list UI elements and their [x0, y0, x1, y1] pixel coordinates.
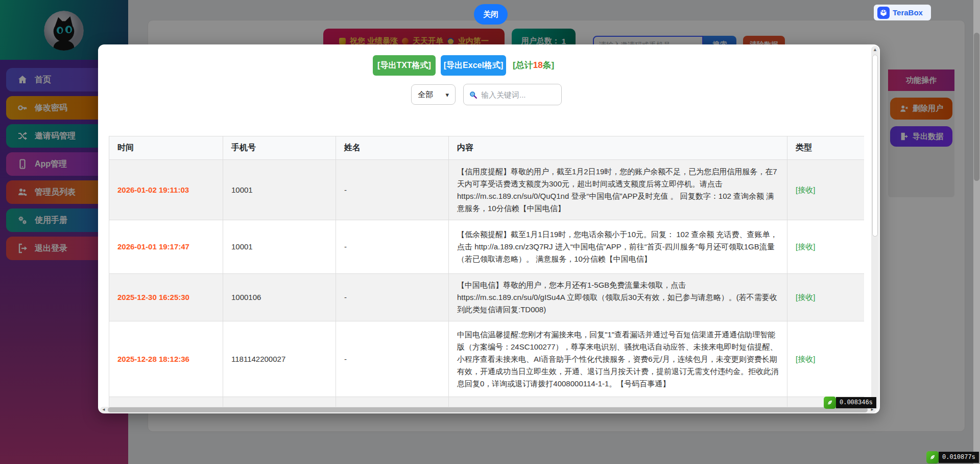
screen: 首页 修改密码 邀请码管理 App管理 管理员列表	[0, 0, 980, 464]
cell-type: [接收]	[787, 274, 865, 321]
sms-records-modal: [导出TXT格式] [导出Excel格式] [总计18条] 全部 ▾ 时间 手机…	[98, 44, 880, 413]
export-txt-button[interactable]: [导出TXT格式]	[373, 55, 436, 76]
cell-phone: 10001	[223, 160, 336, 220]
vertical-scroll-thumb[interactable]	[872, 55, 878, 237]
search-icon	[469, 90, 477, 99]
cell-time: 2026-01-02 19:11:03	[109, 160, 223, 220]
total-count-value: 18	[533, 60, 543, 70]
col-header-content: 内容	[449, 136, 787, 160]
close-modal-button[interactable]: 关闭	[474, 4, 508, 25]
col-header-type: 类型	[787, 136, 865, 160]
cell-type: [接收]	[787, 220, 865, 274]
terabox-logo-icon	[877, 7, 890, 19]
col-header-time: 时间	[109, 136, 223, 160]
filter-type-select[interactable]: 全部 ▾	[411, 84, 456, 105]
page-scroll-thumb[interactable]	[974, 33, 979, 181]
table-row: 2025-12-30 16:25:30 1000106 - 【中国电信】尊敬的用…	[109, 274, 865, 321]
scroll-left-arrow-icon[interactable]: ◄	[100, 407, 107, 413]
cell-name: -	[336, 274, 449, 321]
cell-content: 【低余额提醒】截至1月1日19时，您电话余额小于10元。回复： 102 查余额 …	[449, 220, 787, 274]
chevron-down-icon: ▾	[445, 91, 449, 99]
page-scrollbar[interactable]	[973, 0, 980, 464]
cell-time: 2026-01-01 19:17:47	[109, 220, 223, 274]
page-timer-value: 0.010877s	[939, 452, 979, 463]
scroll-up-arrow-icon[interactable]: ▲	[871, 47, 879, 52]
cell-phone: 10001	[223, 220, 336, 274]
modal-vertical-scrollbar[interactable]: ▲	[871, 46, 879, 410]
table-row: 2026-01-01 19:17:47 10001 - 【低余额提醒】截至1月1…	[109, 220, 865, 274]
table-row: 2025-12-28 18:12:36 1181142200027 - 中国电信…	[109, 321, 865, 397]
modal-timer-value: 0.008346s	[836, 397, 876, 408]
keyword-search-input[interactable]	[481, 90, 553, 99]
cell-time: 2025-12-28 18:12:36	[109, 321, 223, 397]
total-suffix: 条]	[543, 60, 555, 70]
cell-content: 【信用度提醒】尊敬的用户，截至1月2日19时，您的账户余额不足，已为您启用信用服…	[449, 160, 787, 220]
keyword-search-box	[463, 84, 562, 105]
cell-type: [接收]	[787, 321, 865, 397]
cell-name: -	[336, 160, 449, 220]
leaf-icon	[926, 451, 939, 463]
terabox-label: TeraBox	[893, 8, 923, 17]
total-prefix: [总计	[513, 60, 533, 70]
cell-time: 2025-12-30 16:25:30	[109, 274, 223, 321]
export-excel-button[interactable]: [导出Excel格式]	[441, 55, 506, 76]
sms-table: 时间 手机号 姓名 内容 类型 2026-01-02 19:11:03 1000…	[109, 136, 864, 409]
cell-content: 中国电信温馨提醒:您刚才有漏接来电，回复"1"查看漏话并通过号百短信渠道开通通信…	[449, 321, 787, 397]
col-header-name: 姓名	[336, 136, 449, 160]
page-render-timer: 0.010877s	[926, 451, 979, 463]
cell-name: -	[336, 220, 449, 274]
horizontal-scroll-thumb[interactable]	[108, 407, 868, 412]
col-header-phone: 手机号	[223, 136, 336, 160]
cell-phone: 1000106	[223, 274, 336, 321]
filter-selected-value: 全部	[418, 90, 433, 100]
cell-content: 【中国电信】尊敬的用户，您本月还有1-5GB免费流量未领取，点击 https:/…	[449, 274, 787, 321]
leaf-icon	[824, 397, 836, 409]
modal-render-timer: 0.008346s	[824, 397, 876, 409]
terabox-badge[interactable]: TeraBox	[874, 5, 931, 20]
total-count: [总计18条]	[513, 55, 554, 76]
sms-table-container: 时间 手机号 姓名 内容 类型 2026-01-02 19:11:03 1000…	[109, 136, 864, 409]
modal-horizontal-scrollbar[interactable]: ◄ ►	[100, 407, 876, 413]
table-row: 2026-01-02 19:11:03 10001 - 【信用度提醒】尊敬的用户…	[109, 160, 865, 220]
cell-type: [接收]	[787, 160, 865, 220]
cell-name: -	[336, 321, 449, 397]
cell-phone: 1181142200027	[223, 321, 336, 397]
table-header-row: 时间 手机号 姓名 内容 类型	[109, 136, 865, 160]
